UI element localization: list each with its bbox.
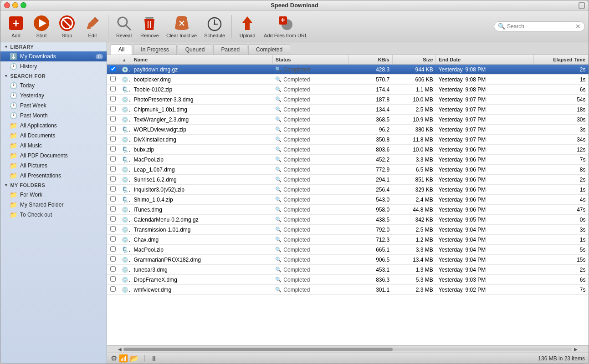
table-row[interactable]: 🗜️ MacPool.zip 🔍 Completed 665.1 3.3 MB … <box>107 245 589 255</box>
sidebar-item-to-check-out[interactable]: 📁 To Check out <box>0 210 107 220</box>
table-row[interactable]: 💿 Chipmunk_1.0b1.dmg 🔍 Completed 134.4 2… <box>107 105 589 115</box>
search-box[interactable]: 🔍 ✕ <box>494 21 585 31</box>
table-row[interactable]: 💿 Chax.dmg 🔍 Completed 712.3 1.2 MB Yest… <box>107 235 589 245</box>
sidebar-item-all-documents[interactable]: 📁 All Documents <box>0 131 107 141</box>
upload-button[interactable]: Upload <box>236 13 259 39</box>
row-checkbox[interactable] <box>110 116 116 121</box>
col-header-elapsed[interactable]: Elapsed Time <box>534 55 589 65</box>
table-row[interactable]: 🗜️ WORLDview.wdgt.zip 🔍 Completed 96.2 3… <box>107 125 589 135</box>
row-checkbox-cell[interactable] <box>107 185 119 195</box>
stop-button[interactable]: Stop <box>55 13 79 39</box>
sidebar-item-all-pictures[interactable]: 📁 All Pictures <box>0 161 107 171</box>
row-checkbox[interactable] <box>110 76 116 81</box>
table-row[interactable]: 💿 DivXInstaller.dmg 🔍 Completed 350.8 11… <box>107 135 589 145</box>
row-checkbox-cell[interactable] <box>107 275 119 285</box>
row-checkbox[interactable] <box>110 166 116 172</box>
remove-button[interactable]: Remove <box>138 13 162 39</box>
table-row[interactable]: 🗜️ bubx.zip 🔍 Completed 803.6 10.0 MB Ye… <box>107 145 589 155</box>
tab-queued[interactable]: Queued <box>178 44 213 55</box>
tab-paused[interactable]: Paused <box>213 44 247 55</box>
sidebar-item-past-month[interactable]: 🕐 Past Month <box>0 111 107 121</box>
sidebar-item-for-work[interactable]: 📁 For Work <box>0 190 107 200</box>
row-checkbox[interactable] <box>110 236 116 242</box>
row-checkbox-cell[interactable] <box>107 245 119 255</box>
table-row[interactable]: 🗜️ Inquisitor3.0(v52).zip 🔍 Completed 25… <box>107 185 589 195</box>
tab-all[interactable]: All <box>111 44 132 55</box>
col-header-sort[interactable]: ▲ <box>119 55 131 65</box>
tab-in-progress[interactable]: In Progress <box>133 44 176 55</box>
row-checkbox[interactable] <box>110 266 116 272</box>
row-checkbox-cell[interactable] <box>107 125 119 135</box>
row-checkbox-cell[interactable] <box>107 155 119 165</box>
folder-icon[interactable]: 📂 <box>130 354 139 363</box>
resize-icon[interactable] <box>579 2 585 9</box>
table-row[interactable]: 💿 Transmission-1.01.dmg 🔍 Completed 792.… <box>107 225 589 235</box>
sidebar-item-my-downloads[interactable]: ⬇️ My Downloads 0 <box>0 51 107 61</box>
table-row[interactable]: 💿 DropFrameX.dmg 🔍 Completed 836.3 5.3 M… <box>107 275 589 285</box>
row-checkbox[interactable] <box>110 176 116 182</box>
row-checkbox[interactable] <box>110 186 116 192</box>
row-checkbox[interactable] <box>110 226 116 232</box>
search-input[interactable] <box>507 23 575 30</box>
table-row[interactable]: 💿 iTunes.dmg 🔍 Completed 958.0 44.8 MB Y… <box>107 205 589 215</box>
table-row[interactable]: 💿 bootpicker.dmg 🔍 Completed 570.7 606 K… <box>107 75 589 85</box>
add-files-from-url-button[interactable]: + Add Files from URL <box>261 13 310 39</box>
reveal-button[interactable]: Reveal <box>112 13 136 39</box>
row-checkbox[interactable] <box>110 126 116 131</box>
minimize-button[interactable] <box>12 2 18 8</box>
table-row[interactable]: 💿 tunebar3.dmg 🔍 Completed 453.1 1.3 MB … <box>107 265 589 275</box>
maximize-button[interactable] <box>20 2 26 8</box>
row-checkbox-cell[interactable] <box>107 75 119 85</box>
table-row[interactable]: 💿 CalendarMenu-0.2.dmg.gz 🔍 Completed 43… <box>107 215 589 225</box>
row-checkbox[interactable] <box>110 196 116 202</box>
col-header-size[interactable]: Size <box>392 55 436 65</box>
table-row[interactable]: 🗜️ Tooble-0102.zip 🔍 Completed 174.4 1.1… <box>107 85 589 95</box>
sidebar-item-yesterday[interactable]: 🕐 Yesterday <box>0 91 107 101</box>
sidebar-item-all-music[interactable]: 📁 All Music <box>0 141 107 151</box>
sidebar-item-my-shared-folder[interactable]: 📁 My Shared Folder <box>0 200 107 210</box>
row-checkbox-cell[interactable] <box>107 135 119 145</box>
row-checkbox-cell[interactable] <box>107 255 119 265</box>
schedule-button[interactable]: Schedule <box>201 13 228 39</box>
tab-completed[interactable]: Completed <box>248 44 290 55</box>
row-checkbox[interactable] <box>110 86 116 91</box>
horizontal-scrollbar[interactable]: ◀ ▶ <box>107 345 589 353</box>
signal-icon[interactable]: 📶 <box>119 354 128 363</box>
table-row[interactable]: 💿 TextWrangler_2.3.dmg 🔍 Completed 368.5… <box>107 115 589 125</box>
scroll-right-arrow[interactable]: ▶ <box>572 346 579 353</box>
sidebar-item-today[interactable]: 🕐 Today <box>0 81 107 91</box>
row-checkbox[interactable] <box>110 206 116 212</box>
row-checkbox[interactable] <box>110 146 116 152</box>
row-checkbox[interactable] <box>110 156 116 162</box>
row-checkbox-cell[interactable] <box>107 205 119 215</box>
row-checkbox-cell[interactable] <box>107 115 119 125</box>
table-row[interactable]: 💿 Leap_1.0b7.dmg 🔍 Completed 772.9 6.5 M… <box>107 165 589 175</box>
scrollbar-thumb[interactable] <box>123 348 393 351</box>
row-checkbox[interactable] <box>110 256 116 262</box>
row-checkbox-cell[interactable] <box>107 175 119 185</box>
search-clear-icon[interactable]: ✕ <box>575 23 581 30</box>
table-row[interactable]: 💿 wmfviewer.dmg 🔍 Completed 301.1 2.3 MB… <box>107 285 589 295</box>
settings-icon[interactable]: ⚙ <box>111 354 117 363</box>
row-checkbox-cell[interactable] <box>107 105 119 115</box>
row-checkbox[interactable] <box>110 66 116 71</box>
row-checkbox-cell[interactable] <box>107 225 119 235</box>
sidebar-item-all-pdf[interactable]: 📁 All PDF Documents <box>0 151 107 161</box>
row-checkbox-cell[interactable] <box>107 265 119 275</box>
clear-inactive-button[interactable]: Clear Inactive <box>164 13 200 39</box>
pause-indicator[interactable]: ⏸ <box>150 354 158 363</box>
row-checkbox-cell[interactable] <box>107 65 119 75</box>
row-checkbox[interactable] <box>110 286 116 292</box>
row-checkbox-cell[interactable] <box>107 235 119 245</box>
start-button[interactable]: Start <box>30 13 53 39</box>
table-row[interactable]: 💿 payitdown.dmg.gz 🔍 Completed 428.3 944… <box>107 65 589 75</box>
row-checkbox[interactable] <box>110 276 116 282</box>
sidebar-item-history[interactable]: 🕐 History <box>0 61 107 71</box>
table-row[interactable]: 💿 Sunrise1.6.2.dmg 🔍 Completed 294.1 851… <box>107 175 589 185</box>
col-header-kbs[interactable]: KB/s <box>349 55 393 65</box>
row-checkbox[interactable] <box>110 216 116 222</box>
table-row[interactable]: 💿 PhotoPresenter-3.3.dmg 🔍 Completed 187… <box>107 95 589 105</box>
sidebar-item-all-presentations[interactable]: 📁 All Presentations <box>0 171 107 181</box>
close-button[interactable] <box>4 2 10 8</box>
add-button[interactable]: + Add <box>4 13 28 39</box>
